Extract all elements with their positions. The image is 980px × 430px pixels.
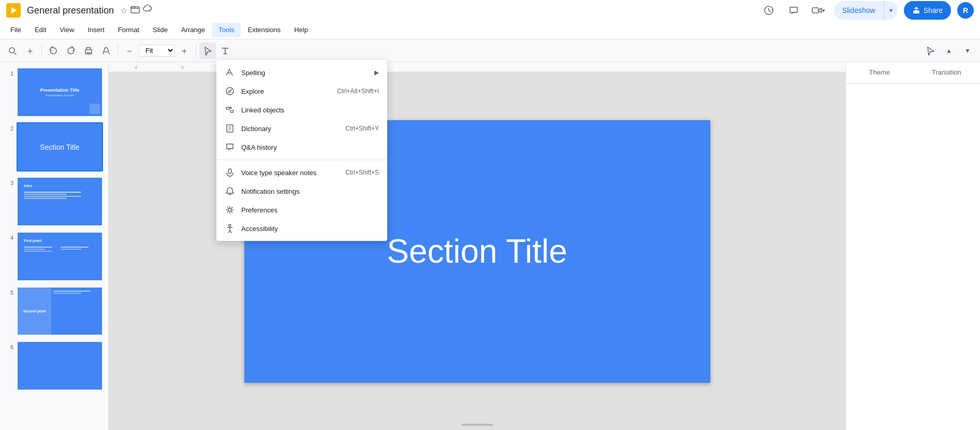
- toolbar-divider-3: [196, 45, 196, 57]
- menu-item-extensions[interactable]: Extensions: [242, 23, 287, 37]
- svg-text:4: 4: [135, 65, 137, 70]
- slide-num-5: 5: [5, 290, 13, 296]
- slide-thumb-5[interactable]: 5 Second point: [4, 285, 104, 337]
- slideshow-dropdown-arrow[interactable]: ▾: [884, 1, 898, 20]
- explore-icon: [225, 86, 235, 96]
- explore-shortcut: Ctrl+Alt+Shift+I: [337, 88, 379, 95]
- folder-icon[interactable]: [130, 5, 140, 16]
- menu-item-arrange[interactable]: Arrange: [175, 23, 211, 37]
- explore-label: Explore: [241, 88, 331, 95]
- menu-item-format[interactable]: Format: [112, 23, 145, 37]
- share-button[interactable]: Share: [904, 1, 951, 20]
- svg-text:5: 5: [181, 65, 184, 70]
- select-tool-button[interactable]: [199, 42, 216, 59]
- slide-panel: 1 Presentation Title Presentation Subtit…: [0, 62, 109, 430]
- slide-num-1: 1: [5, 70, 13, 77]
- dropdown-item-spelling[interactable]: Spelling ▶: [216, 63, 387, 82]
- slide-preview-1: Presentation Title Presentation Subtitle: [17, 67, 103, 117]
- dropdown-item-explore[interactable]: Explore Ctrl+Alt+Shift+I: [216, 82, 387, 101]
- slide-num-6: 6: [5, 344, 13, 350]
- accessibility-icon: [225, 223, 235, 234]
- new-slide-button[interactable]: ＋: [22, 42, 38, 59]
- dictionary-label: Dictionary: [241, 125, 339, 133]
- spelling-icon: [225, 67, 235, 78]
- svg-point-21: [229, 224, 231, 226]
- cloud-icon[interactable]: [143, 5, 152, 16]
- menu-item-tools[interactable]: Tools: [212, 23, 240, 37]
- search-toolbar-button[interactable]: [4, 42, 21, 59]
- zoom-select[interactable]: Fit 50% 75% 100% 150% 200%: [139, 45, 175, 56]
- chevron-up-button[interactable]: ▲: [941, 42, 957, 59]
- tab-transition[interactable]: Transition: [913, 62, 981, 83]
- main-layout: 1 Presentation Title Presentation Subtit…: [0, 62, 980, 430]
- menu-item-file[interactable]: File: [4, 23, 27, 37]
- dropdown-item-dictionary[interactable]: Dictionary Ctrl+Shift+Y: [216, 119, 387, 138]
- linked-objects-label: Linked objects: [241, 106, 379, 114]
- title-bar: General presentation ☆ ▾ Slideshow ▾ Sha…: [0, 0, 980, 21]
- menu-item-edit[interactable]: Edit: [28, 23, 52, 37]
- slide-thumb-3[interactable]: 3 Intro: [4, 176, 104, 227]
- menu-item-insert[interactable]: Insert: [81, 23, 111, 37]
- slideshow-button[interactable]: Slideshow ▾: [834, 1, 898, 20]
- comment-button[interactable]: [784, 1, 803, 20]
- history-button[interactable]: [759, 1, 778, 20]
- dropdown-item-preferences[interactable]: Preferences: [216, 200, 387, 219]
- slide-preview-5: Second point: [17, 286, 103, 336]
- slide-preview-4: First point: [17, 232, 103, 281]
- dropdown-item-voice-type[interactable]: Voice type speaker notes Ctrl+Shift+S: [216, 163, 387, 182]
- app-logo[interactable]: [6, 3, 21, 18]
- tools-dropdown: Spelling ▶ Explore Ctrl+Alt+Shift+I Link…: [216, 60, 387, 241]
- user-avatar[interactable]: R: [957, 2, 974, 19]
- menu-item-view[interactable]: View: [53, 23, 80, 37]
- svg-rect-4: [812, 8, 818, 13]
- spelling-arrow: ▶: [374, 69, 379, 76]
- qa-history-icon: [225, 142, 235, 152]
- spellcheck-button[interactable]: [98, 42, 114, 59]
- slide-num-3: 3: [5, 180, 13, 186]
- dropdown-item-linked-objects[interactable]: Linked objects: [216, 101, 387, 119]
- dropdown-item-qa-history[interactable]: Q&A history: [216, 138, 387, 156]
- voice-type-shortcut: Ctrl+Shift+S: [345, 169, 379, 176]
- slideshow-label: Slideshow: [834, 1, 884, 20]
- cursor-mode-button[interactable]: [922, 42, 939, 59]
- slide-thumb-1[interactable]: 1 Presentation Title Presentation Subtit…: [4, 66, 104, 118]
- menu-item-slide[interactable]: Slide: [147, 23, 174, 37]
- spelling-label: Spelling: [241, 69, 368, 77]
- accessibility-label: Accessibility: [241, 225, 379, 233]
- dropdown-item-accessibility[interactable]: Accessibility: [216, 219, 387, 238]
- tab-theme[interactable]: Theme: [846, 62, 913, 83]
- svg-rect-16: [226, 107, 229, 109]
- toolbar: ＋ － Fit 50% 75% 100% 150% 200% ＋ ▲ ▼: [0, 39, 980, 62]
- menu-item-help[interactable]: Help: [288, 23, 314, 37]
- zoom-out-button[interactable]: －: [121, 42, 138, 59]
- title-icons: ☆: [120, 5, 152, 16]
- svg-rect-17: [230, 110, 233, 112]
- slide-1-subtitle: Presentation Subtitle: [46, 94, 74, 97]
- dropdown-item-notification-settings[interactable]: Notification settings: [216, 182, 387, 200]
- slide-1-title: Presentation Title: [40, 88, 79, 93]
- dictionary-icon: [225, 123, 235, 134]
- undo-button[interactable]: [45, 42, 62, 59]
- slide-num-4: 4: [5, 235, 13, 241]
- notification-settings-label: Notification settings: [241, 188, 379, 195]
- svg-point-20: [228, 208, 231, 211]
- notification-settings-icon: [225, 186, 235, 196]
- zoom-in-button[interactable]: ＋: [176, 42, 193, 59]
- doc-title: General presentation: [27, 5, 114, 16]
- star-icon[interactable]: ☆: [120, 6, 127, 16]
- slide-preview-3: Intro: [17, 177, 103, 226]
- redo-button[interactable]: [63, 42, 79, 59]
- text-tool-button[interactable]: [217, 42, 233, 59]
- slide-thumb-4[interactable]: 4 First point: [4, 231, 104, 282]
- right-panel: Theme Transition: [845, 62, 980, 430]
- slide-thumb-6[interactable]: 6: [4, 340, 104, 392]
- toolbar-divider-2: [118, 45, 118, 57]
- preferences-icon: [225, 205, 235, 215]
- print-button[interactable]: [80, 42, 97, 59]
- svg-rect-7: [85, 50, 92, 54]
- svg-point-6: [9, 48, 14, 53]
- meet-button[interactable]: ▾: [809, 1, 828, 20]
- slide-canvas-title: Section Title: [387, 232, 567, 270]
- chevron-down-button[interactable]: ▼: [959, 42, 976, 59]
- slide-thumb-2[interactable]: 2 Section Title: [4, 121, 104, 173]
